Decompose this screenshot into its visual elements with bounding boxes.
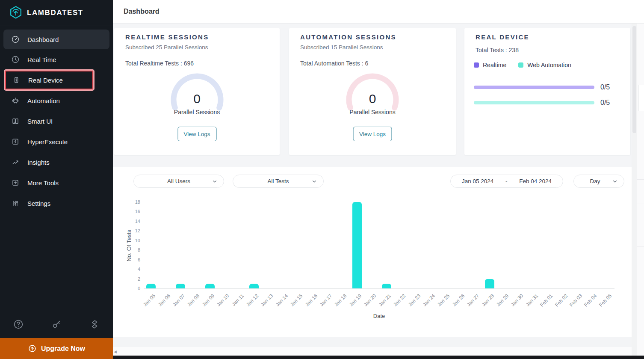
- realtime-progress-value: 0/5: [600, 83, 610, 91]
- view-logs-button[interactable]: View Logs: [177, 127, 216, 141]
- bar-jan-09[interactable]: [205, 284, 215, 288]
- all-users-dropdown[interactable]: All Users: [133, 175, 224, 188]
- layers-icon[interactable]: [89, 318, 100, 330]
- legend-item-realtime: Realtime: [474, 62, 506, 68]
- sidebar-item-label: HyperExecute: [27, 138, 68, 145]
- sidebar-item-settings[interactable]: Settings: [0, 193, 113, 214]
- web-automation-swatch: [518, 62, 523, 68]
- legend-item-web-automation: Web Automation: [518, 62, 571, 68]
- web-automation-progress-bar: [474, 101, 594, 104]
- y-tick-label: 6: [128, 257, 140, 262]
- card-title: REALTIME SESSIONS: [125, 33, 209, 41]
- help-icon[interactable]: [13, 318, 24, 330]
- realtime-progress-bar: [474, 86, 594, 89]
- trend-icon: [11, 158, 20, 166]
- date-range-picker[interactable]: Jan 05 2024 - Feb 04 2024: [450, 175, 563, 188]
- dashboard-icon: [11, 35, 20, 44]
- y-tick-label: 10: [128, 238, 140, 243]
- y-tick-label: 0: [128, 286, 140, 291]
- sidebar-footer: [0, 318, 113, 330]
- vertical-scrollbar-thumb[interactable]: [632, 26, 636, 133]
- date-separator: -: [505, 178, 508, 184]
- lambdatest-logo-icon: [9, 6, 23, 20]
- clipped-line: [637, 246, 644, 247]
- legend-label: Realtime: [483, 62, 506, 68]
- web-automation-progress-value: 0/5: [600, 99, 610, 107]
- sidebar-item-label: Smart UI: [27, 118, 53, 125]
- total-tests-text: Total Realtime Tests : 696: [125, 60, 194, 67]
- bar-chart-plot: No. Of Tests Date 024681012141618Jan 05J…: [144, 202, 614, 289]
- total-tests-text: Total Tests : 238: [476, 47, 519, 53]
- sidebar-nav: Dashboard Real Time Real Device: [0, 30, 113, 214]
- bar-jan-19[interactable]: [352, 202, 362, 288]
- logo[interactable]: LAMBDATEST: [0, 0, 113, 26]
- sidebar-item-real-device[interactable]: Real Device: [5, 71, 93, 89]
- scroll-left-arrow[interactable]: ◀: [114, 350, 117, 354]
- bar-jan-05[interactable]: [146, 284, 156, 288]
- all-tests-dropdown[interactable]: All Tests: [233, 175, 324, 188]
- bar-jan-21[interactable]: [382, 284, 391, 288]
- granularity-dropdown[interactable]: Day: [573, 175, 624, 188]
- sidebar-item-label: Insights: [27, 159, 50, 166]
- clipped-line: [637, 179, 644, 180]
- y-tick-label: 18: [128, 199, 140, 205]
- chevron-down-icon: [612, 178, 618, 186]
- y-tick-label: 14: [128, 219, 140, 224]
- upgrade-label: Upgrade Now: [41, 345, 85, 353]
- gauge-value: 0: [289, 92, 456, 106]
- sidebar-item-more-tools[interactable]: More Tools: [0, 172, 113, 193]
- upgrade-now-button[interactable]: Upgrade Now: [0, 338, 113, 359]
- sidebar-item-label: Real Device: [28, 77, 63, 84]
- sliders-icon: [11, 199, 20, 208]
- sidebar-item-real-time[interactable]: Real Time: [0, 49, 113, 70]
- bolt-icon: [11, 137, 20, 146]
- next-panel-edge: [113, 337, 644, 347]
- all-users-value: All Users: [167, 178, 190, 184]
- bar-jan-12[interactable]: [249, 284, 259, 288]
- clipped-right-panel: [637, 24, 644, 356]
- vertical-scrollbar[interactable]: [632, 24, 637, 356]
- sidebar-item-dashboard[interactable]: Dashboard: [3, 30, 109, 49]
- sidebar-item-hyperexecute[interactable]: HyperExecute: [0, 131, 113, 152]
- clock-icon: [11, 55, 20, 64]
- logo-text: LAMBDATEST: [27, 9, 83, 17]
- robot-icon: [11, 96, 20, 105]
- view-logs-button[interactable]: View Logs: [353, 127, 392, 141]
- gauge-value-label: Parallel Sessions: [114, 109, 280, 116]
- horizontal-scrollbar-track[interactable]: [113, 347, 644, 356]
- chevron-down-icon: [212, 178, 218, 186]
- sidebar-item-insights[interactable]: Insights: [0, 152, 113, 172]
- date-from-value: Jan 05 2024: [462, 178, 493, 184]
- sidebar-item-smart-ui[interactable]: Smart UI: [0, 111, 113, 131]
- automation-sessions-card: AUTOMATION SESSIONS Subscribed 15 Parall…: [289, 28, 456, 155]
- y-tick-label: 12: [128, 228, 140, 233]
- top-header: Dashboard: [113, 0, 644, 24]
- chevron-down-icon: [311, 178, 317, 186]
- y-tick-label: 4: [128, 267, 140, 272]
- y-tick-label: 8: [128, 247, 140, 252]
- sidebar-item-label: Dashboard: [27, 36, 59, 43]
- bar-jan-07[interactable]: [176, 284, 185, 288]
- key-icon[interactable]: [51, 318, 62, 330]
- sidebar-item-label: More Tools: [27, 179, 59, 187]
- all-tests-value: All Tests: [267, 178, 289, 184]
- bar-jan-28[interactable]: [485, 279, 494, 288]
- bottom-dark-strip: [113, 356, 644, 359]
- clipped-line: [637, 144, 644, 144]
- card-title: REAL DEVICE: [476, 33, 529, 41]
- sidebar-item-label: Real Time: [27, 56, 56, 63]
- sidebar-item-label: Settings: [27, 200, 50, 207]
- page-title: Dashboard: [124, 8, 160, 15]
- clipped-line: [637, 204, 644, 204]
- y-tick-label: 16: [128, 209, 140, 214]
- date-to-value: Feb 04 2024: [519, 178, 552, 184]
- smart-ui-icon: [11, 117, 20, 125]
- sidebar-item-label: Automation: [27, 97, 60, 104]
- total-tests-text: Total Automation Tests : 6: [300, 60, 368, 67]
- card-subtitle: Subscribed 15 Parallel Sessions: [300, 44, 383, 50]
- clipped-box: [638, 85, 644, 111]
- gauge-value: 0: [114, 92, 280, 106]
- granularity-value: Day: [590, 178, 600, 184]
- card-subtitle: Subscribed 25 Parallel Sessions: [125, 44, 208, 50]
- sidebar-item-automation[interactable]: Automation: [0, 90, 113, 111]
